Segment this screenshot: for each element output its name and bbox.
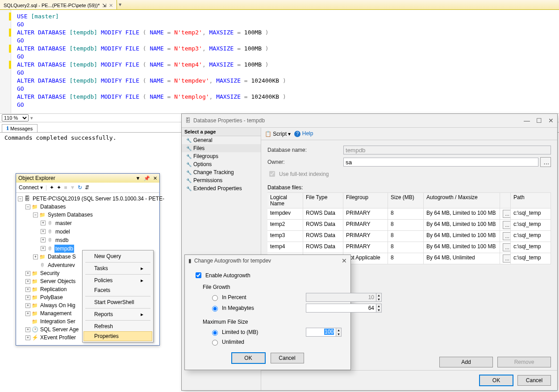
nav-permissions[interactable]: Permissions xyxy=(182,176,261,184)
connect-button[interactable]: Connect ▾ xyxy=(19,184,43,191)
menu-start-powershell[interactable]: Start PowerShell xyxy=(83,297,152,307)
integration-services-node[interactable]: Integration Ser xyxy=(39,317,76,325)
spin-up-icon[interactable]: ▲ xyxy=(376,304,381,308)
activity-icon[interactable]: ⇵ xyxy=(85,184,89,191)
mb-input[interactable] xyxy=(306,304,376,313)
unlimited-radio[interactable] xyxy=(212,340,218,346)
menu-refresh[interactable]: Refresh xyxy=(83,321,152,331)
refresh-icon[interactable]: ↻ xyxy=(78,184,82,191)
col-logical-name[interactable]: Logical Name xyxy=(267,192,303,209)
owner-input[interactable] xyxy=(343,158,538,167)
add-button[interactable]: Add xyxy=(439,357,493,367)
minimize-icon[interactable]: — xyxy=(524,117,530,124)
sql-editor[interactable]: USE [master] GO ALTER DATABASE [tempdb] … xyxy=(0,10,559,113)
nav-options[interactable]: Options xyxy=(182,160,261,168)
menu-reports[interactable]: Reports▸ xyxy=(83,309,152,319)
ellipsis-button[interactable]: … xyxy=(503,210,511,218)
menu-properties[interactable]: Properties xyxy=(83,331,152,341)
props-titlebar[interactable]: 🗄 Database Properties - tempdb — ☐ ✕ xyxy=(182,114,557,127)
replication-node[interactable]: Replication xyxy=(39,285,67,293)
polybase-node[interactable]: PolyBase xyxy=(39,293,64,301)
expand-icon[interactable]: + xyxy=(25,287,30,292)
col-path[interactable]: Path xyxy=(511,192,551,209)
limited-radio[interactable] xyxy=(212,330,218,336)
col-file-type[interactable]: File Type xyxy=(303,192,343,209)
menu-tasks[interactable]: Tasks▸ xyxy=(83,263,152,273)
expand-icon[interactable]: + xyxy=(25,311,30,316)
nav-filegroups[interactable]: Filegroups xyxy=(182,152,261,160)
tab-overflow-icon[interactable]: ▾ xyxy=(117,0,123,9)
menu-new-query[interactable]: New Query xyxy=(83,251,152,261)
server-node[interactable]: PETE-PC\SQL2019 (SQL Server 15.0.1000.34… xyxy=(32,195,165,203)
cancel-button[interactable]: Cancel xyxy=(271,353,304,363)
expand-icon[interactable]: + xyxy=(33,254,38,259)
menu-facets[interactable]: Facets xyxy=(83,285,152,295)
system-databases-node[interactable]: System Databases xyxy=(47,211,94,219)
sqlagent-node[interactable]: SQL Server Age xyxy=(39,325,79,334)
ok-button[interactable]: OK xyxy=(232,353,265,363)
col-autogrowth[interactable]: Autogrowth / Maxsize xyxy=(424,192,500,209)
table-row[interactable]: temp4ROWS DataPRIMARY8By 64 MB, Limited … xyxy=(267,242,551,253)
close-icon[interactable]: ✕ xyxy=(342,257,347,264)
ellipsis-button[interactable]: … xyxy=(503,254,511,263)
cancel-button[interactable]: Cancel xyxy=(517,375,551,386)
table-row[interactable]: tempdevROWS DataPRIMARY8By 64 MB, Limite… xyxy=(267,209,551,220)
expand-icon[interactable]: + xyxy=(41,221,46,225)
pin-icon[interactable]: 📌 xyxy=(144,175,150,181)
dropdown-icon[interactable]: ▼ xyxy=(135,175,140,181)
ellipsis-button[interactable]: … xyxy=(503,243,511,251)
ellipsis-button[interactable]: … xyxy=(503,221,511,229)
toolbar-icon[interactable]: ✦ xyxy=(50,184,54,191)
expand-icon[interactable]: + xyxy=(25,279,30,284)
expand-icon[interactable]: + xyxy=(41,229,46,234)
expand-icon[interactable]: + xyxy=(25,327,30,332)
db-node-msdb[interactable]: msdb xyxy=(54,236,69,244)
limited-input[interactable]: 100 xyxy=(306,328,336,337)
spin-down-icon[interactable]: ▼ xyxy=(336,332,341,336)
maximize-icon[interactable]: ☐ xyxy=(536,117,542,124)
toolbar-icon[interactable]: ✦ xyxy=(57,184,61,191)
nav-files[interactable]: Files xyxy=(182,144,261,152)
toolbar-icon[interactable]: ■ xyxy=(64,184,67,191)
close-tab-icon[interactable]: ✕ xyxy=(109,3,113,8)
object-explorer-titlebar[interactable]: Object Explorer ▼ 📌 ✕ xyxy=(16,174,159,183)
table-row[interactable]: temp3ROWS DataPRIMARY8By 64 MB, Limited … xyxy=(267,231,551,242)
in-mb-radio[interactable] xyxy=(212,306,218,312)
expand-icon[interactable]: − xyxy=(33,213,38,217)
security-node[interactable]: Security xyxy=(39,269,60,277)
management-node[interactable]: Management xyxy=(39,309,72,317)
close-icon[interactable]: ✕ xyxy=(548,117,554,124)
databases-node[interactable]: Databases xyxy=(39,203,67,211)
db-node-adventureworks[interactable]: Adventurev xyxy=(47,261,76,269)
dbfiles-table[interactable]: Logical Name File Type Filegroup Size (M… xyxy=(267,192,551,264)
alwayson-node[interactable]: Always On Hig xyxy=(39,301,76,309)
expand-icon[interactable]: − xyxy=(25,204,30,209)
autogrowth-titlebar[interactable]: ▮ Change Autogrowth for tempdev ✕ xyxy=(185,255,350,267)
ellipsis-button[interactable]: … xyxy=(503,232,511,240)
close-icon[interactable]: ✕ xyxy=(153,175,157,181)
expand-icon[interactable]: + xyxy=(41,246,46,251)
messages-tab[interactable]: Messages xyxy=(2,124,38,132)
filter-icon[interactable]: ▼ xyxy=(70,184,75,191)
db-node-model[interactable]: model xyxy=(54,228,71,236)
server-objects-node[interactable]: Server Objects xyxy=(39,277,76,285)
zoom-select[interactable]: 110 % xyxy=(2,114,29,121)
file-tab[interactable]: SQLQuery2.sql - PE...(PETE-PC\pete (59))… xyxy=(0,0,117,9)
script-button[interactable]: 📋 Script ▾ xyxy=(265,131,291,137)
expand-icon[interactable]: + xyxy=(25,335,30,340)
expand-icon[interactable]: − xyxy=(18,196,23,201)
enable-autogrowth-checkbox[interactable] xyxy=(196,272,201,278)
nav-change-tracking[interactable]: Change Tracking xyxy=(182,168,261,176)
menu-policies[interactable]: Policies▸ xyxy=(83,275,152,285)
col-filegroup[interactable]: Filegroup xyxy=(343,192,388,209)
table-row[interactable]: temp2ROWS DataPRIMARY8By 64 MB, Limited … xyxy=(267,220,551,231)
owner-browse-button[interactable]: … xyxy=(540,157,551,167)
db-node-master[interactable]: master xyxy=(54,219,73,227)
nav-general[interactable]: General xyxy=(182,136,261,144)
expand-icon[interactable]: + xyxy=(25,271,30,276)
ok-button[interactable]: OK xyxy=(480,375,513,386)
expand-icon[interactable]: + xyxy=(41,238,46,242)
help-button[interactable]: ? Help xyxy=(294,130,313,137)
col-size[interactable]: Size (MB) xyxy=(388,192,424,209)
expand-icon[interactable]: + xyxy=(25,303,30,308)
